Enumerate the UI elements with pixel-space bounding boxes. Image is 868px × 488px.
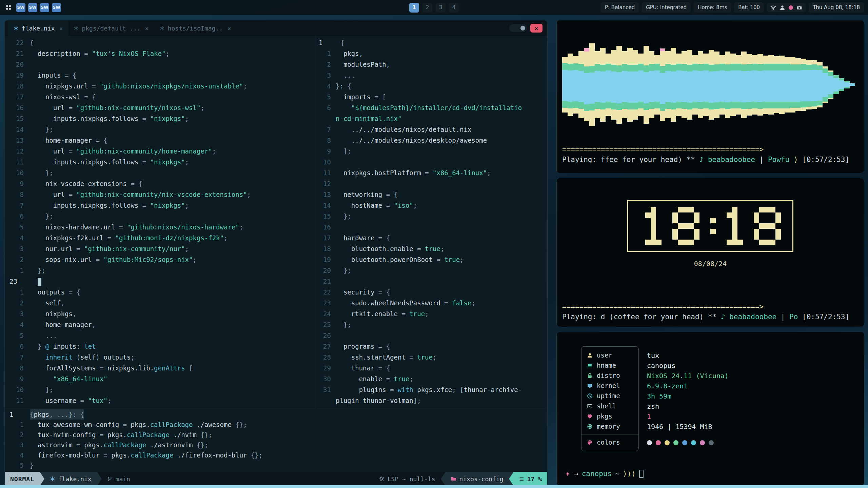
code-line[interactable]: 10 (315, 157, 547, 167)
code-line[interactable]: 23 sudo.wheelNeedsPassword = false; (315, 298, 547, 308)
workspace-button-2[interactable]: 2 (422, 3, 432, 13)
code-line[interactable]: 1 pkgs, (315, 48, 547, 59)
code-line[interactable]: 7 ../../modules/nixos/default.nix (315, 124, 547, 135)
code-line[interactable]: n-cd-minimal.nix" (315, 113, 547, 124)
code-line[interactable]: 6 }; (5, 211, 315, 222)
code-line[interactable]: 8 ../../modules/nixos/desktop/awesome (315, 135, 547, 146)
code-line[interactable]: 10 }; (5, 167, 315, 178)
code-line[interactable]: 2 sops-nix.url = "github:Mic92/sops-nix"… (5, 254, 315, 265)
music-visualizer-window[interactable]: ========================================… (556, 20, 864, 173)
recording-indicator[interactable] (789, 5, 793, 10)
code-line[interactable]: 31 plugins = with pkgs.xfce; [thunar-arc… (315, 384, 547, 395)
code-line[interactable]: 3 astronvim = pkgs.callPackage ./astronv… (5, 440, 547, 450)
clock-window[interactable]: 08/08/24 ===============================… (556, 178, 864, 327)
code-line[interactable]: 19 inputs = { (5, 70, 315, 81)
workspace-button-3[interactable]: 3 (436, 3, 446, 13)
editor-tab[interactable]: hosts/isoImag..× (154, 20, 236, 36)
code-line[interactable]: 13 home-manager = { (5, 135, 315, 146)
code-line[interactable]: plugin thunar-volman]; (315, 395, 547, 406)
git-branch[interactable]: main (102, 472, 136, 486)
code-line[interactable]: 25 }; (315, 319, 547, 330)
lsp-status[interactable]: LSP ~ null-ls (374, 472, 441, 486)
system-fetch-window[interactable]: userhnamedistrokerneluptimeshellpkgsmemo… (556, 332, 864, 486)
code-line[interactable]: 8 forAllSystems = nixpkgs.lib.genAttrs [ (5, 363, 315, 373)
code-line[interactable]: 6 "${modulesPath}/installer/cd-dvd/insta… (315, 102, 547, 113)
code-line[interactable]: 9 nix-vscode-extensions = { (5, 178, 315, 189)
toggle-button[interactable] (509, 24, 527, 32)
code-line[interactable]: 26 (315, 330, 547, 341)
code-line[interactable]: 2 modulesPath, (315, 59, 547, 70)
workspace-tag-1[interactable]: SW (16, 3, 25, 12)
code-line[interactable]: 1{pkgs, ...}: { (5, 409, 547, 420)
editor-tab[interactable]: pkgs/default ...× (68, 20, 154, 36)
code-line[interactable]: 3 nur.url = "github:nix-community/nur"; (5, 243, 315, 254)
tab-close-icon[interactable]: × (145, 25, 149, 32)
code-line[interactable]: 7 inputs.nixpkgs.follows = "nixpkgs"; (5, 200, 315, 211)
code-line[interactable]: 1 tux-awesome-wm-config = pkgs.callPacka… (5, 420, 547, 430)
workspace-tag-2[interactable]: SW (28, 3, 37, 12)
statusline-filename[interactable]: flake.nix (44, 472, 97, 486)
code-line[interactable]: 28 ssh.startAgent = true; (315, 352, 547, 363)
code-line[interactable]: 8 url = "github:nix-community/nix-vscode… (5, 189, 315, 200)
code-line[interactable]: 16 url = "github:nix-community/nixos-wsl… (5, 102, 315, 113)
code-line[interactable]: 12 url = "github:nix-community/home-mana… (5, 146, 315, 157)
workspace-button-1[interactable]: 1 (409, 3, 419, 13)
code-line[interactable]: 7 inherit (self) outputs; (5, 352, 315, 363)
code-line[interactable]: 13 networking = { (315, 189, 547, 200)
workspace-button-4[interactable]: 4 (449, 3, 459, 13)
code-line[interactable]: 4 nixpkgs-f2k.url = "github:moni-dz/nixp… (5, 232, 315, 243)
tab-close-icon[interactable]: × (59, 25, 63, 32)
code-line[interactable]: 1{ (315, 37, 547, 48)
neovim-window[interactable]: flake.nix×pkgs/default ...×hosts/isoImag… (4, 20, 548, 486)
vpn-user-icon[interactable] (780, 5, 785, 11)
code-line[interactable]: 20 }; (315, 265, 547, 276)
clock-date[interactable]: Thu Aug 08, 18:18 (809, 2, 864, 13)
screenshot-icon[interactable] (796, 5, 802, 11)
code-line[interactable]: 12 (315, 178, 547, 189)
code-line[interactable]: 9 "x86_64-linux" (5, 373, 315, 384)
code-line[interactable]: 4}: { (315, 81, 547, 92)
editor-pane-pkgs[interactable]: 1{pkgs, ...}: {1 tux-awesome-wm-config =… (5, 408, 547, 472)
code-line[interactable]: 4 firefox-mod-blur = pkgs.callPackage ./… (5, 450, 547, 460)
code-line[interactable]: 23 (5, 276, 315, 287)
launcher-icon[interactable] (4, 3, 13, 12)
code-line[interactable]: 14 hostName = "iso"; (315, 200, 547, 211)
code-line[interactable]: 18 nixpkgs.url = "github:nixos/nixpkgs/n… (5, 81, 315, 92)
code-line[interactable]: 5 nixos-hardware.url = "github:nixos/nix… (5, 222, 315, 232)
code-line[interactable]: 1 }; (5, 265, 315, 276)
code-line[interactable]: 14 }; (5, 124, 315, 135)
code-line[interactable]: 22{ (5, 37, 315, 48)
code-line[interactable]: 15 }; (315, 211, 547, 222)
code-line[interactable]: 17 nixos-wsl = { (5, 92, 315, 102)
code-line[interactable]: 29 thunar = { (315, 363, 547, 373)
workspace-tag-4[interactable]: SW (52, 3, 61, 12)
code-line[interactable]: 3 nixpkgs, (5, 308, 315, 319)
window-close-button[interactable]: × (530, 24, 542, 33)
shell-prompt[interactable]: → canopus ~ ⟩⟩⟩ (565, 470, 644, 478)
code-line[interactable]: 9 ]; (315, 146, 547, 157)
editor-pane-iso[interactable]: 1{1 pkgs,2 modulesPath,3 ...4}: {5 impor… (315, 36, 547, 408)
power-profile-status[interactable]: P: Balanced (601, 2, 639, 13)
project-name[interactable]: nixos-config (446, 472, 509, 486)
code-line[interactable]: 20 (5, 59, 315, 70)
code-line[interactable]: 21 (315, 276, 547, 287)
gpu-status[interactable]: GPU: Integrated (642, 2, 691, 13)
code-line[interactable]: 2 self, (5, 298, 315, 308)
code-line[interactable]: 11 nixpkgs.hostPlatform = "x86_64-linux"… (315, 167, 547, 178)
code-line[interactable]: 22 security = { (315, 287, 547, 298)
code-line[interactable]: 2 tux-nvim-config = pkgs.callPackage ./n… (5, 430, 547, 440)
battery-status[interactable]: Bat: 100 (734, 2, 764, 13)
code-line[interactable]: 24 rtkit.enable = true; (315, 308, 547, 319)
code-line[interactable]: 11 inputs.nixpkgs.follows = "nixpkgs"; (5, 157, 315, 167)
ping-status[interactable]: Home: 8ms (694, 2, 731, 13)
code-line[interactable]: 1 outputs = { (5, 287, 315, 298)
code-line[interactable]: 4 home-manager, (5, 319, 315, 330)
tab-close-icon[interactable]: × (227, 25, 231, 32)
code-line[interactable]: 5 imports = [ (315, 92, 547, 102)
editor-tab[interactable]: flake.nix× (8, 20, 68, 36)
code-line[interactable]: 6 } @ inputs: let (5, 341, 315, 352)
editor-pane-flake[interactable]: 22{21 description = "tux's NixOS Flake";… (5, 36, 315, 408)
code-line[interactable]: 21 description = "tux's NixOS Flake"; (5, 48, 315, 59)
code-line[interactable]: 10 ]; (5, 384, 315, 395)
code-line[interactable]: 19 bluetooth.powerOnBoot = true; (315, 254, 547, 265)
